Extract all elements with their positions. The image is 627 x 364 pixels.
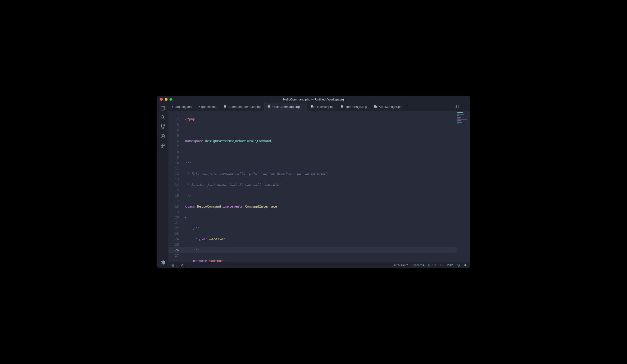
variable: $output (207, 259, 223, 262)
doc-comment: /** (185, 226, 199, 230)
editor-area: ▾ tatus-log.md ▾ queues.md 🐘 CommandInte… (168, 103, 470, 268)
php-file-icon: 🐘 (223, 105, 227, 108)
line-number-gutter: 1234567891011121314151617181920212223242… (168, 111, 185, 262)
minimize-window-button[interactable] (165, 98, 167, 101)
php-file-icon: 🐘 (374, 105, 377, 108)
doc-comment: */ (185, 194, 191, 197)
svg-point-21 (458, 265, 458, 265)
tab-tatus-log[interactable]: ▾ tatus-log.md (168, 103, 195, 111)
minimap[interactable] (457, 111, 470, 262)
keyword: private (185, 259, 207, 262)
php-open-tag: <?php (185, 117, 195, 121)
status-cursor-position[interactable]: Ln 26, Col 2 (392, 263, 408, 267)
svg-point-20 (457, 264, 460, 267)
tab-actions: ⋯ (451, 103, 470, 111)
more-actions-icon[interactable]: ⋯ (462, 104, 467, 109)
titlebar[interactable]: HelloCommand.php — Untitled (Workspace) (157, 96, 470, 103)
error-count: 0 (176, 263, 177, 267)
svg-rect-10 (161, 144, 162, 146)
punct: ; (271, 139, 273, 143)
keyword: implements (223, 205, 243, 208)
svg-line-3 (163, 118, 165, 119)
status-errors[interactable]: 0 (171, 263, 177, 267)
doc-comment: * (185, 237, 199, 241)
tab-bar: ▾ tatus-log.md ▾ queues.md 🐘 CommandInte… (168, 103, 470, 111)
keyword: namespace (185, 139, 203, 143)
doc-tag: @var (199, 237, 207, 241)
code-content[interactable]: <?php namespace DesignPatterns\Behaviora… (185, 111, 470, 262)
tab-queues[interactable]: ▾ queues.md (195, 103, 220, 111)
doc-comment: /** (185, 161, 191, 165)
tab-label: queues.md (202, 105, 216, 108)
traffic-lights (160, 98, 172, 101)
tab-label: HelloCommand.php (272, 105, 300, 108)
tab-label: AuthManager.php (379, 105, 403, 108)
search-icon[interactable] (159, 114, 166, 121)
markdown-file-icon: ▾ (172, 105, 173, 108)
main-area: ▾ tatus-log.md ▾ queues.md 🐘 CommandInte… (157, 103, 470, 268)
svg-point-6 (162, 128, 163, 129)
namespace-path: DesignPatterns\Behavioral\Command (203, 139, 271, 143)
settings-icon[interactable] (159, 259, 166, 266)
status-eol[interactable]: LF (440, 263, 443, 267)
explorer-icon[interactable] (159, 104, 166, 111)
doc-comment: */ (185, 248, 199, 252)
space (207, 237, 209, 241)
svg-point-22 (459, 265, 459, 265)
doc-type: Receiver (209, 237, 225, 241)
php-file-icon: 🐘 (267, 105, 271, 108)
svg-point-5 (163, 125, 164, 126)
git-icon[interactable] (159, 123, 166, 130)
status-warnings[interactable]: 0 (181, 263, 187, 267)
tab-hellocommand[interactable]: 🐘 HelloCommand.php × (264, 103, 307, 111)
feedback-icon[interactable] (457, 263, 460, 267)
split-editor-icon[interactable] (455, 104, 459, 109)
warning-count: 0 (185, 263, 187, 267)
debug-icon[interactable] (159, 133, 166, 140)
tab-label: CommandInterface.php (228, 105, 261, 108)
text-editor[interactable]: 1234567891011121314151617181920212223242… (168, 111, 470, 262)
notifications-icon[interactable] (464, 263, 467, 267)
tab-trimstrings[interactable]: 🐘 TrimStrings.php (337, 103, 371, 111)
svg-point-4 (161, 125, 162, 126)
status-encoding[interactable]: UTF-8 (428, 263, 436, 267)
tab-commandinterface[interactable]: 🐘 CommandInterface.php (220, 103, 264, 111)
markdown-file-icon: ▾ (199, 105, 200, 108)
keyword: class (185, 205, 195, 208)
interface-name: CommandInterface (243, 205, 277, 208)
status-language[interactable]: PHP (447, 263, 453, 267)
doc-comment: * This concrete command calls "print" on… (185, 172, 327, 176)
close-window-button[interactable] (160, 98, 163, 101)
tab-label: tatus-log.md (175, 105, 192, 108)
window-title: HelloCommand.php — Untitled (Workspace) (157, 98, 470, 101)
activity-bar (157, 103, 168, 268)
status-indent[interactable]: Spaces: 4 (412, 263, 424, 267)
doc-comment: * invoker just knows that it can call "e… (185, 183, 281, 187)
tab-label: TrimStrings.php (346, 105, 367, 108)
zoom-window-button[interactable] (169, 98, 172, 101)
php-file-icon: 🐘 (311, 105, 314, 108)
brace: { (185, 215, 187, 219)
svg-point-19 (182, 266, 182, 266)
status-bar: 0 0 Ln 26, Col 2 Spaces: 4 UTF-8 LF PHP (168, 262, 470, 268)
svg-rect-1 (161, 106, 164, 110)
svg-point-9 (162, 136, 163, 137)
close-tab-icon[interactable]: × (302, 105, 304, 108)
tab-label: Receiver.php (316, 105, 334, 108)
extensions-icon[interactable] (159, 142, 166, 149)
tab-receiver[interactable]: 🐘 Receiver.php (307, 103, 337, 111)
svg-rect-11 (163, 144, 165, 146)
tab-authmanager[interactable]: 🐘 AuthManager.php (371, 103, 407, 111)
svg-rect-12 (161, 146, 162, 148)
punct: ; (223, 259, 225, 262)
svg-point-2 (161, 116, 164, 118)
class-name: HelloCommand (195, 205, 223, 208)
php-file-icon: 🐘 (341, 105, 344, 108)
app-window: HelloCommand.php — Untitled (Workspace) (157, 96, 470, 268)
